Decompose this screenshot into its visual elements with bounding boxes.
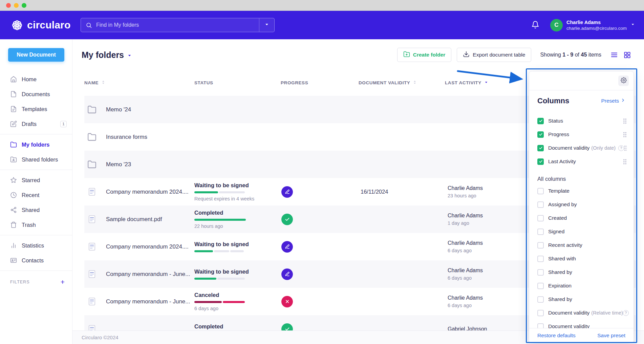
column-option-row: Template xyxy=(529,184,634,198)
folder-icon xyxy=(87,132,96,142)
search-scope-dropdown[interactable] xyxy=(259,18,274,32)
column-suffix: (Relative time) xyxy=(591,310,623,316)
browser-title-bar xyxy=(0,0,644,11)
sidebar-item[interactable]: Statistics xyxy=(0,238,72,253)
grid-view-button[interactable] xyxy=(623,51,631,59)
column-label: Created xyxy=(548,215,567,221)
sort-neutral-icon xyxy=(412,81,417,86)
column-label: Template xyxy=(548,188,570,194)
sidebar-item-label: Drafts xyxy=(22,121,37,127)
draft-icon xyxy=(10,121,17,127)
info-icon[interactable]: ? xyxy=(618,145,624,151)
checkbox-unchecked[interactable] xyxy=(537,201,544,208)
sidebar-item[interactable]: Home xyxy=(0,72,72,87)
sidebar-item-label: Shared folders xyxy=(22,156,58,163)
checkbox-unchecked[interactable] xyxy=(537,188,544,194)
stats-icon xyxy=(10,242,17,249)
item-name: Company memorandum 2024.... xyxy=(106,243,189,250)
drag-handle-icon[interactable] xyxy=(623,118,627,124)
sign-icon xyxy=(284,271,290,277)
sidebar-item[interactable]: Documents xyxy=(0,87,72,102)
minimize-window-button[interactable] xyxy=(14,3,19,8)
column-header[interactable]: DOCUMENT VALIDITY xyxy=(359,80,445,86)
columns-title: Columns xyxy=(537,96,569,105)
checkbox-unchecked[interactable] xyxy=(537,256,544,262)
export-table-button[interactable]: Export document table xyxy=(457,48,531,62)
drag-handle-icon[interactable] xyxy=(623,132,627,137)
column-option-row: Document validity (Relative time) ? xyxy=(529,306,634,320)
checkbox-unchecked[interactable] xyxy=(537,283,544,289)
sidebar-item-label: Shared xyxy=(22,207,40,213)
star-icon xyxy=(10,177,17,184)
status-label: Canceled xyxy=(194,292,281,298)
checkbox-unchecked[interactable] xyxy=(537,310,544,316)
sidebar-item[interactable]: Trash xyxy=(0,217,72,232)
table-settings-button[interactable] xyxy=(618,76,629,86)
name-cell: Company memorandum 2024.... xyxy=(84,187,194,196)
status-badge xyxy=(281,214,293,225)
name-cell: Memo '24 xyxy=(84,105,194,114)
sidebar-item[interactable]: Contacts xyxy=(0,253,72,268)
checkbox-checked[interactable] xyxy=(537,158,544,165)
column-header[interactable]: PROGRESS xyxy=(281,80,359,85)
avatar: C xyxy=(550,19,563,31)
zoom-window-button[interactable] xyxy=(22,3,26,8)
checkbox-checked[interactable] xyxy=(537,118,544,124)
user-menu[interactable]: C Charlie Adams charlie.adams@circularo.… xyxy=(550,19,635,31)
restore-defaults-link[interactable]: Restore defaults xyxy=(537,332,576,339)
column-label: Document validity xyxy=(548,145,589,151)
sidebar-item[interactable]: Templates xyxy=(0,102,72,116)
page-title[interactable]: My folders xyxy=(82,50,132,60)
sidebar-item[interactable]: Drafts 1 xyxy=(0,116,72,131)
file-icon xyxy=(87,270,96,279)
column-option-row: Expiration xyxy=(529,279,634,293)
sidebar-item[interactable]: My folders xyxy=(0,137,72,152)
sidebar-item-label: Contacts xyxy=(22,257,44,264)
status-cell: Waiting to be signed xyxy=(194,241,281,252)
checkbox-checked[interactable] xyxy=(537,145,544,151)
add-filter-button[interactable]: + xyxy=(61,278,65,285)
presets-link[interactable]: Presets xyxy=(601,98,625,104)
column-label: Status xyxy=(548,118,563,124)
close-window-button[interactable] xyxy=(6,3,11,8)
sidebar-item[interactable]: Shared xyxy=(0,202,72,217)
brand[interactable]: circularo xyxy=(11,11,71,39)
save-preset-link[interactable]: Save preset xyxy=(597,332,625,339)
column-label: Recent activity xyxy=(548,242,582,248)
status-cell: Waiting to be signed xyxy=(194,268,281,280)
sidebar-item[interactable]: Shared folders xyxy=(0,152,72,167)
checkbox-checked[interactable] xyxy=(537,131,544,138)
column-label: Document validity xyxy=(548,310,589,316)
sidebar-divider xyxy=(0,271,72,271)
checkbox-unchecked[interactable] xyxy=(537,229,544,235)
column-option-row: Shared by xyxy=(529,265,634,279)
download-icon xyxy=(463,51,470,59)
checkbox-unchecked[interactable] xyxy=(537,269,544,276)
drag-handle-icon[interactable] xyxy=(623,159,627,165)
sidebar-item-label: Templates xyxy=(22,106,47,112)
column-option-row: Created xyxy=(529,211,634,225)
list-view-button[interactable] xyxy=(610,51,618,59)
checkbox-unchecked[interactable] xyxy=(537,242,544,249)
column-header[interactable]: NAME xyxy=(84,80,194,86)
sidebar-item-label: Recent xyxy=(22,192,39,198)
user-name: Charlie Adams xyxy=(566,19,627,26)
info-icon[interactable]: ? xyxy=(623,310,629,316)
sidebar-item[interactable]: Recent xyxy=(0,188,72,202)
search-input[interactable] xyxy=(92,22,259,28)
global-search[interactable] xyxy=(81,18,275,32)
validity-date: 16/11/2024 xyxy=(361,189,388,195)
sidebar-item[interactable]: Starred xyxy=(0,173,72,188)
drag-handle-icon[interactable] xyxy=(624,145,627,151)
toolbar: My folders Create folder xyxy=(82,47,631,62)
create-folder-button[interactable]: Create folder xyxy=(397,48,452,62)
column-header[interactable]: STATUS xyxy=(194,80,281,85)
checkbox-unchecked[interactable] xyxy=(537,215,544,221)
column-option-row: Assigned by xyxy=(529,198,634,211)
status-cell: Waiting to be signed Request expires in … xyxy=(194,182,281,201)
notifications-button[interactable] xyxy=(531,21,539,30)
item-name: Company memorandum 2024.... xyxy=(106,189,189,195)
status-subtext: 22 hours ago xyxy=(194,223,281,229)
checkbox-unchecked[interactable] xyxy=(537,296,544,303)
new-document-button[interactable]: New Document xyxy=(8,48,64,62)
